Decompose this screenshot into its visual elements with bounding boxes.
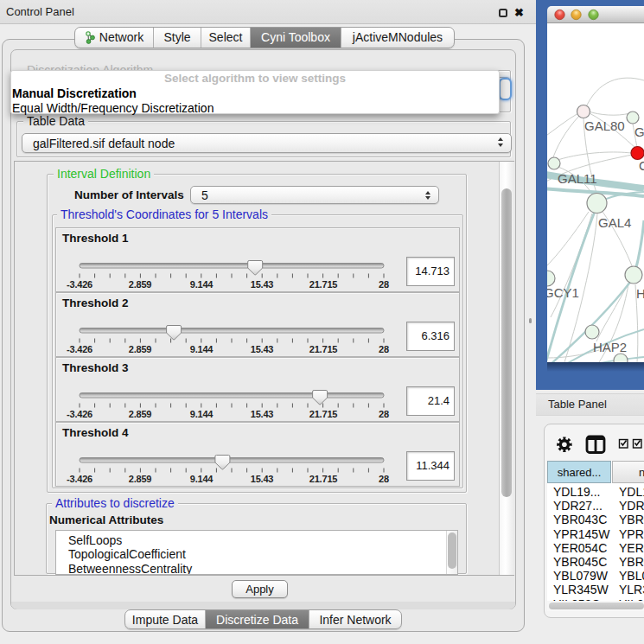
svg-text:GAL11: GAL11	[558, 171, 597, 186]
svg-text:GA: GA	[634, 124, 644, 139]
svg-text:GAL80: GAL80	[584, 118, 625, 133]
svg-text:C: C	[639, 158, 644, 173]
svg-text:GAL4: GAL4	[598, 215, 631, 230]
svg-text:H: H	[636, 286, 644, 301]
svg-text:GCY1: GCY1	[547, 285, 579, 300]
svg-text:HAP2: HAP2	[593, 340, 627, 354]
